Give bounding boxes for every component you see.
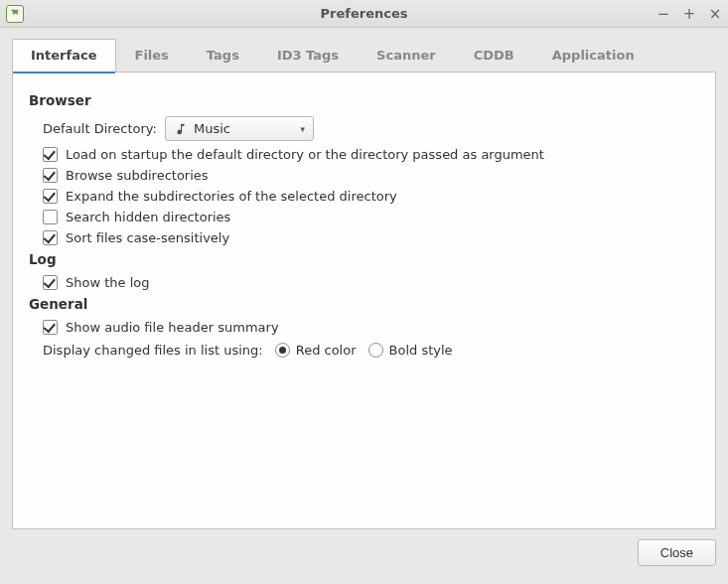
tab-scanner[interactable]: Scanner [358,39,455,73]
tabbar: Interface Files Tags ID3 Tags Scanner CD… [12,38,716,73]
radio-icon [368,343,383,358]
checkbox-label: Show audio file header summary [66,320,279,335]
checkbox-load-on-startup[interactable]: Load on startup the default directory or… [43,147,699,162]
checkbox-label: Sort files case-sensitively [66,230,229,245]
tab-interface[interactable]: Interface [12,39,116,73]
checkbox-search-hidden[interactable]: Search hidden directories [43,210,699,224]
close-button[interactable]: Close [638,539,716,566]
checkbox-icon [43,189,58,204]
section-browser-heading: Browser [29,92,699,108]
app-icon [6,5,24,23]
checkbox-browse-subdirs[interactable]: Browse subdirectories [43,168,699,183]
window-controls: − + × [656,7,722,21]
checkbox-label: Show the log [66,275,150,290]
default-directory-combo[interactable]: Music ▾ [165,116,314,141]
chevron-down-icon: ▾ [300,124,305,134]
checkbox-icon [43,230,58,245]
checkbox-label: Search hidden directories [66,210,230,224]
checkbox-icon [43,168,58,183]
checkbox-sort-case[interactable]: Sort files case-sensitively [43,230,699,245]
checkbox-expand-subdirs[interactable]: Expand the subdirectories of the selecte… [43,189,699,204]
tab-panel-interface: Browser Default Directory: Music ▾ Load … [12,73,716,529]
checkbox-icon [43,147,58,162]
radio-bold-style[interactable]: Bold style [368,343,453,358]
dialog-footer: Close [0,529,728,576]
checkbox-label: Browse subdirectories [66,168,209,183]
titlebar: Preferences − + × [0,0,728,28]
radio-red-color[interactable]: Red color [275,343,357,358]
tab-application[interactable]: Application [533,39,654,73]
minimize-button[interactable]: − [656,7,670,21]
default-directory-value: Music [194,121,230,136]
dialog-content: Interface Files Tags ID3 Tags Scanner CD… [0,28,728,529]
display-changed-label: Display changed files in list using: [43,343,263,358]
checkbox-icon [43,275,58,290]
checkbox-show-header-summary[interactable]: Show audio file header summary [43,320,699,335]
checkbox-label: Expand the subdirectories of the selecte… [66,189,397,204]
checkbox-icon [43,210,58,224]
tab-tags[interactable]: Tags [188,39,258,73]
section-general-heading: General [29,296,699,312]
window-title: Preferences [0,6,728,21]
close-window-button[interactable]: × [708,7,722,21]
checkbox-show-log[interactable]: Show the log [43,275,699,290]
tab-cddb[interactable]: CDDB [455,39,533,73]
tab-files[interactable]: Files [116,39,188,73]
radio-label: Bold style [389,343,453,358]
checkbox-icon [43,320,58,335]
radio-icon [275,343,290,358]
section-log-heading: Log [29,251,699,267]
checkbox-label: Load on startup the default directory or… [66,147,544,162]
radio-label: Red color [296,343,357,358]
default-directory-label: Default Directory: [43,121,157,136]
music-note-icon [174,122,188,136]
maximize-button[interactable]: + [682,7,696,21]
tab-id3tags[interactable]: ID3 Tags [258,39,358,73]
